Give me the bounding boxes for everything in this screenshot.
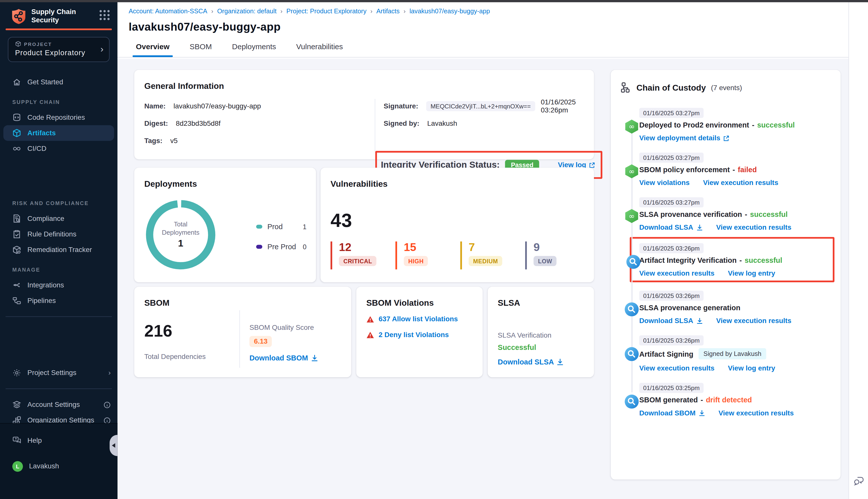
event-timestamp: 01/16/2025 03:25pm	[639, 383, 703, 393]
download-slsa-label: Download SLSA	[498, 358, 554, 366]
chevron-right-icon: ›	[108, 369, 111, 377]
legend-item-preprod: Pre Prod 0	[256, 242, 306, 251]
sidebar: Supply Chain Security PROJECT Product Ex…	[0, 0, 118, 499]
sidebar-item-label: Code Repositories	[27, 113, 85, 121]
vertical-divider	[375, 99, 375, 153]
view-log-entry-link[interactable]: View log entry	[728, 364, 775, 372]
tab-overview[interactable]: Overview	[136, 42, 170, 57]
sidebar-section-manage: MANAGE	[0, 267, 118, 272]
critical-badge: CRITICAL	[339, 256, 376, 266]
view-execution-results-link[interactable]: View execution results	[639, 364, 714, 372]
layers-icon	[12, 400, 21, 409]
download-slsa-link[interactable]: Download SLSA	[498, 358, 564, 366]
sidebar-item-label: Compliance	[27, 215, 64, 222]
module-grid-icon[interactable]	[99, 10, 109, 20]
clipboard-check-icon	[12, 230, 21, 239]
slsa-verification-status: Successful	[498, 343, 564, 351]
breadcrumb-current[interactable]: lavakush07/easy-buggy-app	[409, 8, 490, 14]
tab-sbom[interactable]: SBOM	[190, 42, 212, 57]
tab-deployments[interactable]: Deployments	[232, 42, 276, 57]
chain-of-custody-timeline: ∞ 01/16/2025 03:27pm Deployed to Prod2 e…	[621, 107, 831, 417]
card-title: Chain of Custody	[637, 83, 706, 93]
sidebar-item-label: Integrations	[27, 281, 64, 289]
project-selector[interactable]: PROJECT Product Exploratory ›	[8, 37, 109, 62]
annotation-highlight-artifact-integrity: 01/16/2025 03:26pm Artifact Integrity Ve…	[630, 237, 834, 282]
event-title: SLSA provenance generation	[639, 303, 740, 312]
sidebar-item-project-settings[interactable]: Project Settings ›	[0, 365, 118, 380]
gear-icon	[12, 368, 21, 377]
view-deployment-details-link[interactable]: View deployment details	[639, 134, 729, 142]
view-log-entry-link[interactable]: View log entry	[728, 269, 775, 277]
download-icon	[696, 224, 703, 231]
name-label: Name:	[144, 102, 166, 110]
view-execution-results-link[interactable]: View execution results	[716, 224, 792, 231]
project-label: PROJECT	[24, 41, 52, 47]
sidebar-item-account-settings[interactable]: Account Settings	[0, 397, 118, 412]
download-slsa-link[interactable]: Download SLSA	[639, 224, 703, 231]
code-repo-icon	[12, 113, 21, 122]
card-title: General Information	[144, 81, 584, 90]
sidebar-item-integrations[interactable]: Integrations	[0, 277, 118, 293]
deny-list-violations-row: 2 Deny list Violations	[366, 331, 473, 339]
sidebar-item-cicd[interactable]: CI/CD	[0, 141, 118, 156]
sidebar-item-rule-definitions[interactable]: Rule Definitions	[0, 227, 118, 242]
download-slsa-link[interactable]: Download SLSA	[639, 317, 703, 325]
vulnerabilities-total: 43	[330, 210, 584, 231]
view-violations-link[interactable]: View violations	[639, 179, 690, 187]
sbom-total-label: Total Dependencies	[144, 353, 206, 361]
app-window: Supply Chain Security PROJECT Product Ex…	[0, 0, 868, 499]
main-area: Account: Automation-SSCA › Organization:…	[118, 2, 848, 499]
sidebar-item-help[interactable]: Help	[0, 433, 118, 448]
view-execution-results-link[interactable]: View execution results	[703, 179, 778, 187]
svg-text:∞: ∞	[629, 122, 635, 131]
separator: -	[745, 210, 747, 218]
card-title: SBOM	[144, 298, 341, 307]
signature-timestamp: 01/16/2025 03:26pm	[541, 98, 602, 114]
feedback-chat-icon[interactable]	[853, 475, 865, 487]
signed-by-badge: Signed by Lavakush	[698, 348, 767, 360]
download-icon	[698, 410, 705, 416]
breadcrumb-project[interactable]: Project: Product Exploratory	[286, 8, 366, 14]
breadcrumb-separator: ›	[403, 8, 406, 14]
tab-vulnerabilities[interactable]: Vulnerabilities	[296, 42, 343, 57]
external-link-icon	[723, 135, 729, 141]
home-icon	[12, 78, 21, 87]
sidebar-item-artifacts[interactable]: Artifacts	[3, 125, 114, 141]
event-timestamp: 01/16/2025 03:26pm	[639, 291, 703, 301]
event-timestamp: 01/16/2025 03:27pm	[639, 153, 703, 163]
sidebar-item-label: Artifacts	[27, 129, 56, 137]
sidebar-item-get-started[interactable]: Get Started	[0, 74, 118, 90]
sidebar-item-label: Account Settings	[27, 401, 80, 409]
breadcrumb-organization[interactable]: Organization: default	[217, 8, 277, 14]
view-execution-results-link[interactable]: View execution results	[719, 409, 794, 417]
event-status: successful	[750, 210, 788, 218]
slsa-card: SLSA SLSA Verification Successful Downlo…	[488, 287, 594, 377]
event-title: SLSA provenance verification	[639, 210, 742, 218]
allow-list-violations-link[interactable]: 637 Allow list Violations	[379, 315, 458, 323]
critical-count: 12	[339, 242, 395, 253]
view-execution-results-link[interactable]: View execution results	[639, 269, 714, 277]
timeline-event-deployed: ∞ 01/16/2025 03:27pm Deployed to Prod2 e…	[639, 107, 831, 142]
sidebar-item-remediation-tracker[interactable]: Remediation Tracker	[0, 242, 118, 257]
breadcrumb-account[interactable]: Account: Automation-SSCA	[129, 8, 207, 14]
signature-value-chip[interactable]: MEQCICde2VjIT...bL+2+mqnOXw==	[426, 101, 535, 111]
view-execution-results-link[interactable]: View execution results	[716, 317, 792, 325]
download-sbom-link[interactable]: Download SBOM	[639, 409, 705, 417]
event-timestamp: 01/16/2025 03:26pm	[639, 243, 703, 253]
sidebar-section-supply-chain: SUPPLY CHAIN	[0, 99, 118, 105]
breadcrumb-artifacts[interactable]: Artifacts	[376, 8, 400, 14]
download-sbom-link[interactable]: Download SBOM	[250, 354, 318, 362]
sidebar-divider	[5, 389, 112, 389]
right-rail	[848, 2, 868, 499]
slsa-verification-label: SLSA Verification	[498, 331, 564, 339]
sidebar-item-compliance[interactable]: Compliance	[0, 211, 118, 227]
severity-high: 15 HIGH	[395, 242, 460, 269]
pipeline-hexagon-icon: ∞	[624, 164, 639, 179]
sidebar-item-code-repositories[interactable]: Code Repositories	[0, 109, 118, 125]
sidebar-item-pipelines[interactable]: Pipelines	[0, 293, 118, 308]
sidebar-item-user[interactable]: L Lavakush	[0, 458, 118, 474]
severity-low: 9 LOW	[525, 242, 590, 269]
deny-list-violations-link[interactable]: 2 Deny list Violations	[379, 331, 449, 339]
deployments-donut-chart: Total Deployments 1	[145, 199, 216, 270]
tab-bar: Overview SBOM Deployments Vulnerabilitie…	[118, 34, 848, 58]
